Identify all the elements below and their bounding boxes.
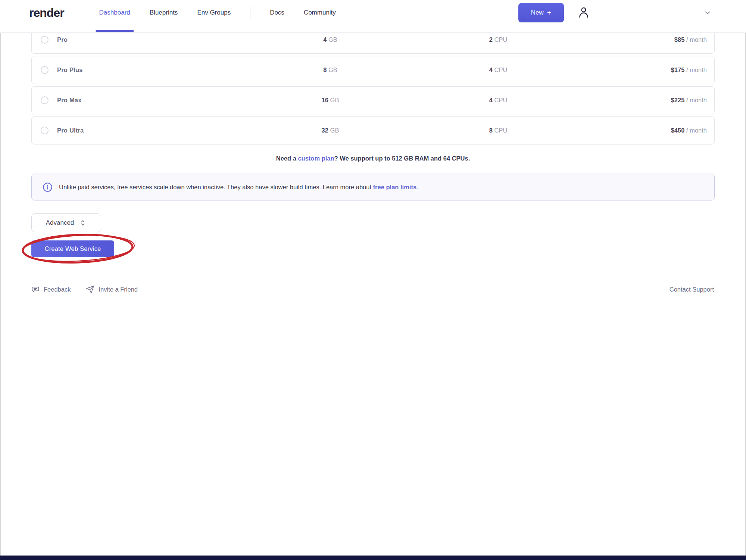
plan-name: Pro Plus xyxy=(57,66,256,74)
invite-a-friend-link[interactable]: Invite a Friend xyxy=(86,285,138,294)
price-unit: / month xyxy=(686,127,707,134)
radio-button[interactable] xyxy=(41,66,49,74)
plan-price: $85 / month xyxy=(592,36,714,43)
ram-value: 4 xyxy=(323,36,327,43)
nav-item-docs[interactable]: Docs xyxy=(270,0,284,25)
cpu-value: 8 xyxy=(489,127,493,134)
plan-cpu: 4 CPU xyxy=(405,66,592,74)
bottom-bar xyxy=(0,556,746,560)
ram-value: 32 xyxy=(322,127,328,134)
info-banner-text: Unlike paid services, free services scal… xyxy=(59,184,418,191)
free-plan-limits-link[interactable]: free plan limits xyxy=(373,184,416,190)
cpu-unit: CPU xyxy=(494,66,507,73)
custom-plan-suffix: ? We support up to 512 GB RAM and 64 CPU… xyxy=(334,155,470,162)
cpu-unit: CPU xyxy=(494,97,507,103)
ram-value: 8 xyxy=(323,66,327,73)
nav-item-dashboard[interactable]: Dashboard xyxy=(99,0,130,25)
price-unit: / month xyxy=(686,66,707,73)
price-unit: / month xyxy=(686,36,707,43)
plan-row-pro-max[interactable]: Pro Max 16 GB 4 CPU $225 / month xyxy=(31,86,715,114)
create-button-label: Create Web Service xyxy=(45,245,101,252)
nav-right: New + xyxy=(518,3,746,22)
render-logo[interactable]: render xyxy=(29,6,64,20)
ram-unit: GB xyxy=(328,66,337,73)
ram-unit: GB xyxy=(330,97,339,103)
create-web-service-button[interactable]: Create Web Service xyxy=(31,240,114,257)
plan-row-pro-plus[interactable]: Pro Plus 8 GB 4 CPU $175 / month xyxy=(31,56,715,84)
nav-item-community[interactable]: Community xyxy=(304,0,336,25)
nav-item-blueprints[interactable]: Blueprints xyxy=(150,0,178,25)
new-button[interactable]: New + xyxy=(518,3,564,22)
radio-button[interactable] xyxy=(41,36,49,44)
custom-plan-line: Need a custom plan? We support up to 512… xyxy=(31,155,715,162)
user-avatar-icon[interactable] xyxy=(577,6,591,20)
info-text-before: Unlike paid services, free services scal… xyxy=(59,184,373,190)
plan-price: $225 / month xyxy=(592,97,714,104)
custom-plan-link[interactable]: custom plan xyxy=(298,155,334,162)
cpu-unit: CPU xyxy=(494,127,507,134)
plan-ram: 32 GB xyxy=(256,127,405,134)
plan-name: Pro Max xyxy=(57,97,256,104)
plan-ram: 8 GB xyxy=(256,66,405,74)
advanced-toggle-button[interactable]: Advanced xyxy=(31,213,101,232)
feedback-icon xyxy=(31,285,40,293)
chevron-up-down-icon xyxy=(79,219,87,227)
price-unit: / month xyxy=(686,97,707,103)
ram-value: 16 xyxy=(322,97,328,103)
plus-icon: + xyxy=(547,9,552,17)
ram-unit: GB xyxy=(330,127,339,134)
custom-plan-prefix: Need a xyxy=(276,155,298,162)
plan-name: Pro xyxy=(57,36,256,43)
nav-links: Dashboard Blueprints Env Groups Docs Com… xyxy=(99,0,355,25)
cpu-value: 2 xyxy=(489,36,493,43)
cpu-unit: CPU xyxy=(494,36,507,43)
price-value: $225 xyxy=(671,97,685,103)
radio-button[interactable] xyxy=(41,127,49,134)
plan-price: $175 / month xyxy=(592,66,714,74)
price-value: $175 xyxy=(671,66,685,73)
cpu-value: 4 xyxy=(489,97,493,103)
radio-button[interactable] xyxy=(41,96,49,104)
plan-cpu: 8 CPU xyxy=(405,127,592,134)
chevron-down-icon[interactable] xyxy=(703,9,712,17)
ram-unit: GB xyxy=(328,36,337,43)
advanced-label: Advanced xyxy=(46,219,74,227)
info-icon xyxy=(43,182,53,192)
contact-support-link[interactable]: Contact Support xyxy=(669,286,714,293)
cpu-value: 4 xyxy=(489,66,493,73)
app-viewport: render Dashboard Blueprints Env Groups D… xyxy=(0,0,746,560)
plan-price: $450 / month xyxy=(592,127,714,134)
nav-item-env-groups[interactable]: Env Groups xyxy=(197,0,231,25)
price-value: $450 xyxy=(671,127,685,134)
invite-label: Invite a Friend xyxy=(99,286,138,293)
plan-row-pro-ultra[interactable]: Pro Ultra 32 GB 8 CPU $450 / month xyxy=(31,116,715,144)
paper-plane-icon xyxy=(86,285,94,294)
free-plan-info-banner: Unlike paid services, free services scal… xyxy=(31,174,715,200)
info-text-after: . xyxy=(416,184,418,190)
price-value: $85 xyxy=(674,36,685,43)
plan-cpu: 4 CPU xyxy=(405,97,592,104)
feedback-label: Feedback xyxy=(44,286,71,293)
page-footer: Feedback Invite a Friend Contact Support xyxy=(31,283,714,296)
plan-cpu: 2 CPU xyxy=(405,36,592,43)
new-button-label: New xyxy=(531,9,544,16)
plan-ram: 4 GB xyxy=(256,36,405,43)
plan-name: Pro Ultra xyxy=(57,127,256,134)
feedback-link[interactable]: Feedback xyxy=(31,285,71,293)
plan-ram: 16 GB xyxy=(256,97,405,104)
nav-divider xyxy=(250,6,250,19)
top-navbar: render Dashboard Blueprints Env Groups D… xyxy=(0,0,746,33)
